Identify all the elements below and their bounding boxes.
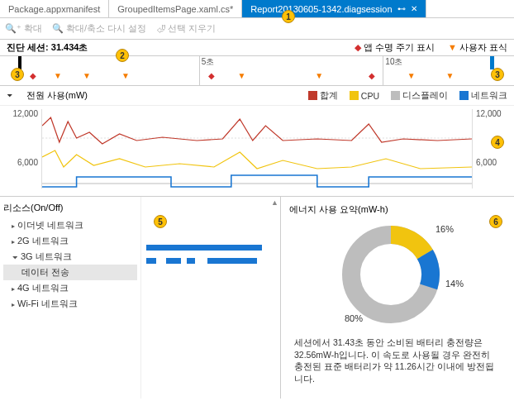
mark-orange-icon: ▼ (315, 71, 323, 80)
app-lifecycle-toggle[interactable]: ◆앱 수명 주기 표시 (355, 41, 435, 54)
timeline-ruler[interactable]: 5초 10초 ◆ ▼ ▼ ▼ ◆ ▼ ▼ ◆ ▼ ▼ (0, 56, 514, 86)
mark-red-icon: ◆ (30, 71, 36, 80)
gantt-data-bar (166, 258, 181, 264)
callout-5: 5 (154, 215, 167, 228)
zoom-in-button[interactable]: 🔍⁺확대 (5, 22, 42, 35)
triangle-orange-icon: ▼ (448, 42, 457, 52)
tree-2g[interactable]: 2G 네트워크 (3, 233, 137, 249)
callout-1: 1 (282, 10, 295, 23)
legend-display: 디스플레이 (391, 90, 448, 102)
donut-pct-display: 80% (345, 313, 363, 323)
callout-4: 4 (491, 136, 504, 149)
ruler-end-handle[interactable] (490, 56, 494, 69)
mark-orange-icon: ▼ (407, 71, 416, 80)
power-section-header: ⏷ 전원 사용(mW) 합계 CPU 디스플레이 네트워크 (0, 86, 514, 106)
energy-donut: 16% 14% 80% (331, 221, 464, 328)
energy-panel: 에너지 사용 요약(mW-h) 16% 14% 80% 세션에서 31.43초 … (281, 197, 514, 399)
donut-pct-network: 14% (445, 279, 464, 289)
clear-selection-button[interactable]: ⮰선택 지우기 (156, 22, 216, 35)
power-legend: 합계 CPU 디스플레이 네트워크 (308, 90, 507, 102)
legend-network: 네트워크 (459, 90, 507, 102)
mark-orange-icon: ▼ (54, 71, 62, 80)
cursor-icon: ⮰ (156, 24, 165, 34)
mark-orange-icon: ▼ (446, 71, 455, 80)
ruler-marks: ◆ ▼ ▼ ▼ ◆ ▼ ▼ ◆ ▼ ▼ (15, 69, 499, 84)
magnifier-plus-icon: 🔍⁺ (5, 23, 21, 34)
tab-bar: Package.appxmanifest GroupedItemsPage.xa… (0, 0, 514, 18)
callout-3: 3 (11, 68, 24, 81)
bottom-split: 리소스(On/Off) 이더넷 네트워크 2G 네트워크 3G 네트워크 데이터… (0, 197, 514, 399)
callout-6: 6 (489, 215, 502, 228)
legend-total: 합계 (308, 90, 338, 102)
tree-wifi[interactable]: Wi-Fi 네트워크 (3, 296, 137, 312)
resource-panel: 리소스(On/Off) 이더넷 네트워크 2G 네트워크 3G 네트워크 데이터… (0, 197, 281, 399)
collapse-icon[interactable]: ⏷ (7, 92, 13, 99)
mark-red-icon: ◆ (208, 71, 215, 80)
diamond-red-icon: ◆ (355, 42, 361, 52)
gantt-3g-bar (146, 245, 262, 251)
energy-header: 에너지 사용 요약(mW-h) (289, 203, 506, 216)
tree-3g[interactable]: 3G 네트워크 (3, 249, 137, 265)
tree-4g[interactable]: 4G 네트워크 (3, 280, 137, 296)
gantt-data-bar (187, 258, 195, 264)
magnifier-reset-icon: 🔍 (52, 23, 64, 34)
tab-package[interactable]: Package.appxmanifest (0, 0, 109, 17)
mark-orange-icon: ▼ (121, 71, 130, 80)
session-duration: 진단 세션: 31.434초 (7, 41, 88, 54)
legend-cpu: CPU (350, 91, 379, 101)
y-axis-left: 12,0006,000 (8, 109, 38, 167)
resource-header: 리소스(On/Off) (3, 202, 137, 214)
tab-report[interactable]: Report20130605-1342.diagsession ⊷ ✕ (242, 0, 426, 17)
mark-red-icon: ◆ (369, 71, 375, 80)
gantt-data-bar (207, 258, 257, 264)
mark-orange-icon: ▼ (83, 71, 91, 80)
resource-tree: 리소스(On/Off) 이더넷 네트워크 2G 네트워크 3G 네트워크 데이터… (0, 197, 140, 399)
callout-3b: 3 (491, 68, 504, 81)
tab-grouped[interactable]: GroupedItemsPage.xaml.cs* (109, 0, 242, 17)
close-icon[interactable]: ✕ (411, 4, 417, 13)
zoom-reset-button[interactable]: 🔍확대/축소 다시 설정 (52, 22, 146, 35)
power-title: 전원 사용(mW) (26, 89, 88, 102)
mark-orange-icon: ▼ (238, 71, 246, 80)
callout-2: 2 (116, 49, 129, 62)
tree-ethernet[interactable]: 이더넷 네트워크 (3, 217, 137, 233)
toolbar: 🔍⁺확대 🔍확대/축소 다시 설정 ⮰선택 지우기 (0, 18, 514, 40)
gantt-data-bar (146, 258, 156, 264)
user-marks-toggle[interactable]: ▼사용자 표식 (448, 41, 507, 54)
scroll-up-icon[interactable]: ▲ (271, 198, 278, 207)
chart-plot (41, 109, 473, 189)
pin-icon[interactable]: ⊷ (397, 4, 406, 13)
tree-3g-data[interactable]: 데이터 전송 (3, 265, 137, 280)
diagnostic-header: 진단 세션: 31.434초 ◆앱 수명 주기 표시 ▼사용자 표식 (0, 40, 514, 56)
power-chart[interactable]: 12,0006,000 12,0006,000 (0, 106, 514, 197)
donut-pct-cpu: 16% (435, 224, 454, 234)
energy-summary-text: 세션에서 31.43초 동안 소비된 배터리 충전량은 32.56mW-h입니다… (289, 336, 506, 385)
